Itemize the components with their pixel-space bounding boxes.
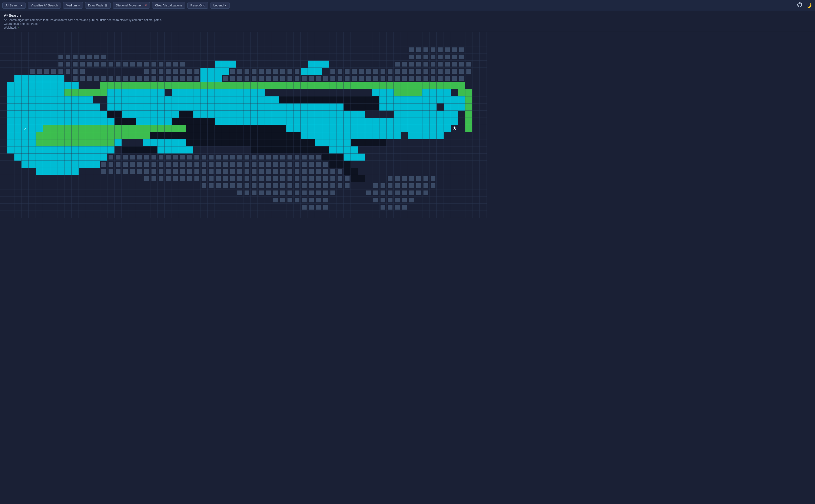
right-icons: 🌙 (796, 1, 813, 9)
draw-walls-icon: ⊞ (105, 4, 108, 7)
theme-toggle-button[interactable]: 🌙 (805, 2, 813, 9)
diagonal-movement-button[interactable]: Diagonal Movement ✕ (113, 2, 150, 9)
draw-walls-label: Draw Walls (88, 4, 104, 7)
draw-walls-button[interactable]: Draw Walls ⊞ (85, 2, 111, 9)
reset-label: Reset Grid (190, 4, 205, 7)
shortest-path-info: Guarantees Shortest Path: ✓ (4, 22, 811, 26)
clear-label: Clear Visualizations (155, 4, 182, 7)
shortest-path-label: Guarantees Shortest Path: (4, 22, 38, 26)
search-arrow: ▾ (21, 4, 23, 7)
legend-label: Legend (213, 4, 223, 7)
visualize-button[interactable]: Visualize A* Search (28, 2, 61, 9)
weighted-check: ✓ (17, 26, 20, 29)
theme-icon: 🌙 (806, 3, 812, 8)
toolbar: A* Search ▾ Visualize A* Search Medium ▾… (0, 0, 815, 11)
diagonal-label: Diagonal Movement (116, 4, 143, 7)
weighted-label: Weighted: (4, 26, 17, 29)
medium-arrow: ▾ (78, 4, 80, 7)
reset-grid-button[interactable]: Reset Grid (187, 2, 208, 9)
algorithm-description: A* Search algorithm combines features of… (4, 18, 811, 22)
legend-arrow: ▾ (225, 4, 227, 7)
medium-label: Medium (66, 4, 77, 7)
github-button[interactable] (796, 1, 803, 9)
grid-canvas[interactable] (0, 32, 815, 504)
search-dropdown-button[interactable]: A* Search ▾ (2, 2, 26, 9)
clear-visualizations-button[interactable]: Clear Visualizations (152, 2, 185, 9)
visualize-label: Visualize A* Search (31, 4, 58, 7)
medium-dropdown-button[interactable]: Medium ▾ (63, 2, 83, 9)
github-icon (797, 3, 802, 8)
weighted-info: Weighted: ✓ (4, 26, 811, 29)
algorithm-title: A* Search (4, 13, 811, 17)
info-panel: A* Search A* Search algorithm combines f… (0, 11, 815, 32)
legend-dropdown-button[interactable]: Legend ▾ (210, 2, 230, 9)
diagonal-close-icon: ✕ (145, 4, 147, 7)
search-label: A* Search (5, 4, 20, 7)
grid-container[interactable] (0, 32, 815, 504)
shortest-path-check: ✓ (38, 22, 41, 26)
